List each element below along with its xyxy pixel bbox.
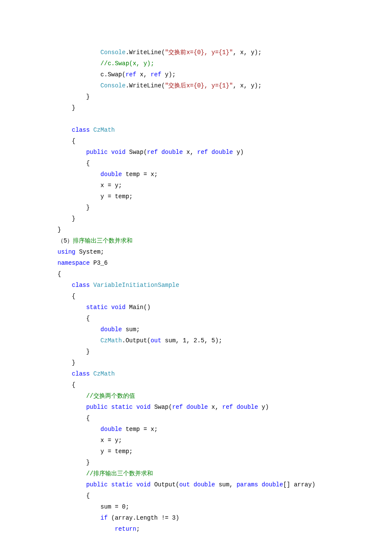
code-token: x, — [136, 71, 151, 78]
code-token: void — [136, 481, 151, 488]
code-token: } — [72, 215, 75, 222]
code-token — [183, 404, 186, 410]
code-token: P3_6 — [90, 260, 108, 266]
code-token: 排序输出三个数并求和 — [73, 237, 133, 244]
code-token: Output( — [150, 481, 179, 488]
code-token — [133, 481, 136, 488]
document-page: Console.WriteLine("交换前x={0}, y={1}", x, … — [0, 0, 392, 555]
code-token: Main() — [126, 304, 151, 311]
code-token: { — [86, 315, 89, 322]
code-token: static — [86, 304, 107, 311]
code-token: class — [72, 127, 90, 133]
code-token: void — [111, 149, 126, 156]
code-line: } — [58, 459, 90, 466]
code-line: public void Swap(ref double x, ref doubl… — [58, 149, 244, 156]
code-token: Console — [101, 49, 126, 56]
code-line: } — [58, 104, 75, 111]
code-token: c.Swap( — [101, 71, 126, 78]
code-token: return — [115, 526, 136, 532]
code-line: } — [58, 359, 75, 366]
code-token — [133, 404, 136, 410]
code-line: class CzMath — [58, 127, 115, 133]
code-token: VariableInitiationSample — [93, 282, 179, 289]
code-token — [108, 404, 111, 410]
code-line: } — [58, 226, 61, 233]
code-token: ref — [197, 149, 208, 156]
code-line: c.Swap(ref x, ref y); — [58, 71, 176, 78]
code-token: if — [101, 515, 108, 521]
code-token: y) — [233, 149, 244, 156]
code-line: } — [58, 204, 90, 211]
code-line: { — [58, 271, 61, 278]
code-token: } — [58, 226, 61, 233]
code-token: static — [111, 404, 133, 410]
code-line: double sum; — [58, 326, 140, 333]
code-line: y = temp; — [58, 193, 133, 200]
code-token — [258, 481, 262, 488]
code-token: , x, y); — [233, 49, 262, 56]
code-token — [108, 481, 111, 488]
code-token: class — [72, 282, 90, 289]
code-line: } — [58, 215, 75, 222]
code-token: double — [211, 149, 233, 156]
code-token: ref — [126, 71, 136, 78]
code-line: { — [58, 293, 75, 300]
code-token: "交换前x={0}, y={1}" — [165, 49, 233, 56]
code-line: sum = 0; — [58, 503, 129, 510]
code-token: sum, 1, 2.5, 5); — [161, 337, 222, 344]
code-token: public — [86, 149, 107, 156]
code-listing: Console.WriteLine("交换前x={0}, y={1}", x, … — [58, 47, 345, 535]
code-token: sum, — [215, 481, 236, 488]
code-token: //交换两个数的值 — [86, 393, 135, 399]
code-token: } — [86, 348, 89, 355]
code-token: void — [111, 304, 126, 311]
code-token: { — [86, 160, 89, 167]
code-token: Swap( — [126, 149, 147, 156]
code-line: Console.WriteLine("交换前x={0}, y={1}", x, … — [58, 49, 262, 56]
code-token: , x, y); — [233, 82, 262, 89]
code-token: System; — [75, 249, 104, 255]
code-token: .WriteLine( — [126, 82, 165, 89]
code-token: double — [101, 326, 122, 333]
code-token — [90, 370, 93, 377]
code-token: double — [262, 481, 283, 488]
code-token: } — [86, 459, 89, 466]
code-token: "交换后x={0}, y={1}" — [165, 82, 233, 89]
code-token: y) — [258, 404, 269, 410]
code-token: params — [236, 481, 258, 488]
code-line: //交换两个数的值 — [58, 393, 135, 399]
code-token: CzMath — [93, 127, 115, 133]
code-token: { — [58, 271, 61, 278]
code-token: （5） — [58, 237, 73, 244]
code-line: } — [58, 93, 90, 100]
code-token: sum = 0; — [101, 503, 129, 510]
code-token — [108, 304, 111, 311]
code-token: out — [150, 337, 161, 344]
code-token: temp = x; — [122, 426, 158, 433]
code-token — [233, 404, 236, 410]
code-line: { — [58, 382, 75, 388]
code-line: public static void Output(out double sum… — [58, 481, 315, 488]
code-token: y = temp; — [101, 448, 133, 455]
code-token: x = y; — [101, 182, 122, 189]
code-line: y = temp; — [58, 448, 133, 455]
code-token: } — [72, 104, 75, 111]
code-token: { — [72, 382, 75, 388]
code-line: （5）排序输出三个数并求和 — [58, 237, 133, 244]
code-token: { — [72, 293, 75, 300]
code-token: { — [86, 415, 89, 422]
code-token: //排序输出三个数并求和 — [86, 470, 153, 477]
code-token: ref — [150, 71, 161, 78]
code-line: x = y; — [58, 437, 122, 444]
code-token: .Output( — [122, 337, 150, 344]
code-token: } — [86, 93, 89, 100]
code-line: CzMath.Output(out sum, 1, 2.5, 5); — [58, 337, 222, 344]
code-token: class — [72, 370, 90, 377]
code-token: public — [86, 481, 107, 488]
code-token: void — [136, 404, 151, 410]
code-token: Swap( — [150, 404, 172, 410]
code-token — [108, 149, 111, 156]
code-line: class CzMath — [58, 370, 115, 377]
code-line: { — [58, 138, 75, 145]
code-line: class VariableInitiationSample — [58, 282, 179, 289]
